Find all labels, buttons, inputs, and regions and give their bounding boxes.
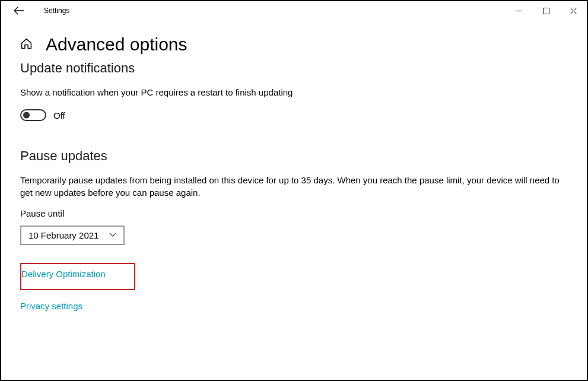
toggle-row: Off [20, 109, 568, 121]
content-area: Advanced options Update notifications Sh… [1, 20, 587, 312]
page-title: Advanced options [46, 34, 187, 55]
notifications-toggle[interactable] [20, 109, 46, 121]
pause-until-label: Pause until [20, 208, 568, 218]
home-icon[interactable] [20, 37, 33, 52]
delivery-optimization-link[interactable]: Delivery Optimization [21, 269, 106, 279]
privacy-settings-link[interactable]: Privacy settings [20, 301, 82, 311]
close-button[interactable] [560, 1, 587, 20]
section-heading-notifications: Update notifications [20, 61, 568, 76]
svg-rect-1 [543, 8, 549, 14]
section-heading-pause: Pause updates [20, 148, 568, 164]
page-header: Advanced options [20, 34, 568, 55]
pause-until-select[interactable]: 10 February 2021 [20, 226, 125, 245]
back-button[interactable] [13, 5, 25, 17]
minimize-button[interactable] [505, 1, 532, 20]
maximize-button[interactable] [532, 1, 560, 20]
toggle-knob [23, 112, 30, 119]
close-icon [570, 8, 577, 14]
minimize-icon [516, 8, 522, 14]
chevron-down-icon [109, 233, 116, 237]
pause-description: Temporarily pause updates from being ins… [20, 174, 566, 199]
maximize-icon [543, 8, 549, 14]
privacy-link-block: Privacy settings [20, 301, 568, 312]
arrow-left-icon [14, 7, 24, 15]
titlebar: Settings [1, 1, 587, 20]
window-controls [505, 1, 587, 20]
pause-until-value: 10 February 2021 [28, 230, 98, 240]
notifications-description: Show a notification when your PC require… [20, 87, 566, 99]
window-title: Settings [44, 7, 69, 15]
toggle-state-label: Off [53, 110, 65, 120]
highlight-annotation: Delivery Optimization [20, 263, 135, 290]
